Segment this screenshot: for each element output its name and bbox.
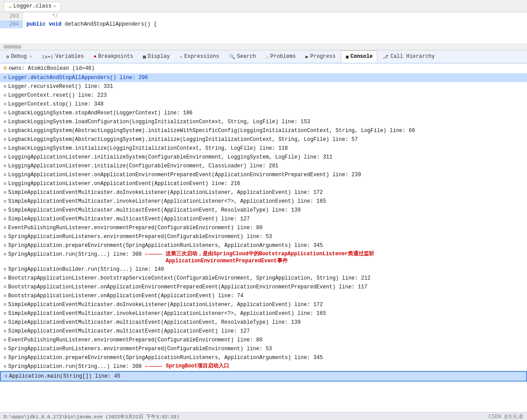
tab-variables[interactable]: (x=) Variables: [38, 50, 88, 63]
stack-frame-icon-19: ≡: [4, 233, 7, 241]
stack-item-32[interactable]: ≡ SpringApplication.prepareEnvironment(S…: [0, 353, 527, 362]
stack-item-25[interactable]: ≡ BootstrapApplicationListener.onApplica…: [0, 291, 527, 300]
stack-item-11[interactable]: ≡ LoggingApplicationListener.initialize(…: [0, 162, 527, 170]
tab-close-icon[interactable]: ✕: [53, 4, 56, 9]
stack-text-23: BootstrapApplicationListener.bootstrapSe…: [8, 274, 371, 282]
stack-text-7: LogbackLoggingSystem(AbstractLoggingSyst…: [8, 127, 415, 135]
scroll-thumb: [4, 45, 21, 49]
tab-breakpoints[interactable]: ● Breakpoints: [89, 50, 138, 63]
stack-text-24: BootstrapApplicationListener.onApplicati…: [8, 283, 368, 291]
stack-item-26[interactable]: ≡ SimpleApplicationEventMulticaster.doIn…: [0, 300, 527, 309]
stack-text-21: SpringApplication.run(String...) line: 3…: [8, 250, 142, 258]
stack-item-33[interactable]: ≡ SpringApplication.run(String...) line:…: [0, 362, 527, 371]
stack-item-2[interactable]: ≡ Logger.recursiveReset() line: 331: [0, 82, 527, 91]
stack-text-6: LogbackLoggingSystem.loadConfiguration(L…: [8, 118, 310, 126]
stack-trace-panel[interactable]: ⚙ owns: AtomicBoolean (id=48) ≡ Logger.d…: [0, 64, 527, 412]
expressions-icon: ✦: [180, 54, 183, 60]
stack-text-31: SpringApplicationRunListeners.environmen…: [8, 345, 272, 353]
stack-frame-icon-21: ≡: [4, 250, 7, 258]
stack-frame-icon-6: ≡: [4, 118, 7, 126]
horizontal-scrollbar[interactable]: [0, 45, 527, 50]
tab-console[interactable]: ▣ Console: [341, 50, 377, 63]
stack-frame-icon-12: ≡: [4, 171, 7, 179]
line-number-203: 203: [0, 12, 23, 20]
stack-item-17[interactable]: ≡ SimpleApplicationEventMulticaster.mult…: [0, 215, 527, 223]
stack-item-28[interactable]: ≡ SimpleApplicationEventMulticaster.mult…: [0, 318, 527, 327]
stack-text-18: EventPublishingRunListener.environmentPr…: [8, 224, 263, 232]
stack-item-1[interactable]: ≡ Logger.detachAndStopAllAppenders() lin…: [0, 73, 527, 82]
stack-frame-icon-23: ≡: [4, 274, 7, 282]
stack-text-16: SimpleApplicationEventMulticaster.multic…: [8, 206, 301, 214]
stack-item-12[interactable]: ≡ LoggingApplicationListener.onApplicati…: [0, 170, 527, 179]
stack-frame-icon-16: ≡: [4, 206, 7, 214]
stack-item-22[interactable]: ≡ SpringApplicationBuilder.run(String...…: [0, 265, 527, 274]
tab-label: Logger.class: [13, 3, 51, 9]
stack-text-27: SimpleApplicationEventMulticaster.invoke…: [8, 310, 326, 318]
stack-frame-icon-26: ≡: [4, 301, 7, 309]
stack-frame-icon-4: ≡: [4, 100, 7, 108]
tab-progress[interactable]: ▶ Progress: [301, 50, 340, 63]
stack-item-4[interactable]: ≡ LoggerContext.stop() line: 348: [0, 100, 527, 109]
stack-frame-icon-18: ≡: [4, 224, 7, 232]
stack-item-20[interactable]: ≡ SpringApplication.prepareEnvironment(S…: [0, 241, 527, 250]
stack-text-8: LogbackLoggingSystem(AbstractLoggingSyst…: [8, 136, 358, 144]
stack-item-6[interactable]: ≡ LogbackLoggingSystem.loadConfiguration…: [0, 117, 527, 126]
bottom-path: D:\apps\jdk1.8.0_172\bin\javaw.exe (2022…: [4, 413, 179, 420]
annotation-note-2: SpringBoot项目启动入口: [166, 363, 229, 370]
stack-item-30[interactable]: ≡ EventPublishingRunListener.environment…: [0, 336, 527, 344]
stack-item-18[interactable]: ≡ EventPublishingRunListener.environment…: [0, 223, 527, 232]
owns-text: owns: AtomicBoolean (id=48): [9, 64, 94, 72]
tab-debug-close[interactable]: ✕: [30, 54, 32, 59]
tab-debug[interactable]: ⚙ Debug ✕: [2, 50, 37, 63]
stack-frame-icon-15: ≡: [4, 197, 7, 205]
tab-search[interactable]: 🔍 Search: [225, 50, 260, 63]
tab-problems[interactable]: ⚠ Problems: [261, 50, 300, 63]
stack-item-24[interactable]: ≡ BootstrapApplicationListener.onApplica…: [0, 283, 527, 291]
stack-frame-icon-22: ≡: [4, 265, 7, 273]
stack-item-9[interactable]: ≡ LogbackLoggingSystem.initialize(Loggin…: [0, 144, 527, 153]
stack-frame-icon-8: ≡: [4, 136, 7, 144]
stack-item-16[interactable]: ≡ SimpleApplicationEventMulticaster.mult…: [0, 206, 527, 215]
stack-item-27[interactable]: ≡ SimpleApplicationEventMulticaster.invo…: [0, 309, 527, 318]
stack-item-3[interactable]: ≡ LoggerContext.reset() line: 223: [0, 91, 527, 100]
stack-frame-icon-34: ≡: [4, 372, 8, 380]
code-line-204: 204 public void detachAndStopAllAppender…: [0, 20, 527, 28]
tab-call-hierarchy[interactable]: ⎇ Call Hierarchy: [378, 50, 439, 63]
tab-display[interactable]: ▦ Display: [139, 50, 174, 63]
debug-toolbar: ⚙ Debug ✕ (x=) Variables ● Breakpoints ▦…: [0, 50, 527, 64]
stack-text-32: SpringApplication.prepareEnvironment(Spr…: [8, 354, 323, 362]
stack-item-10[interactable]: ≡ LoggingApplicationListener.initializeS…: [0, 153, 527, 162]
stack-frame-icon-11: ≡: [4, 162, 7, 170]
stack-item-8[interactable]: ≡ LogbackLoggingSystem(AbstractLoggingSy…: [0, 135, 527, 144]
stack-text-9: LogbackLoggingSystem.initialize(LoggingI…: [8, 144, 288, 152]
red-arrow-2: ←―――: [145, 363, 162, 371]
logger-class-tab[interactable]: ☕ Logger.class ✕: [4, 2, 61, 11]
line-content-204: public void detachAndStopAllAppenders() …: [23, 20, 157, 28]
stack-item-19[interactable]: ≡ SpringApplicationRunListeners.environm…: [0, 232, 527, 241]
stack-frame-icon-3: ≡: [4, 91, 7, 99]
variables-icon: (x=): [42, 54, 54, 60]
stack-frame-icon-27: ≡: [4, 310, 7, 318]
status-bar: D:\apps\jdk1.8.0_172\bin\javaw.exe (2022…: [0, 412, 527, 420]
tab-expressions-label: Expressions: [184, 53, 219, 60]
call-hierarchy-icon: ⎇: [383, 54, 388, 60]
tab-search-label: Search: [237, 53, 256, 60]
stack-item-31[interactable]: ≡ SpringApplicationRunListeners.environm…: [0, 344, 527, 353]
stack-item-13[interactable]: ≡ LoggingApplicationListener.onApplicati…: [0, 179, 527, 188]
stack-item-34[interactable]: ≡ Application.main(String[]) line: 45: [0, 371, 527, 382]
stack-item-14[interactable]: ≡ SimpleApplicationEventMulticaster.doIn…: [0, 188, 527, 197]
java-file-icon: ☕: [8, 3, 11, 10]
breakpoints-icon: ●: [94, 54, 97, 59]
stack-item-15[interactable]: ≡ SimpleApplicationEventMulticaster.invo…: [0, 197, 527, 206]
stack-item-29[interactable]: ≡ SimpleApplicationEventMulticaster.mult…: [0, 327, 527, 336]
stack-text-12: LoggingApplicationListener.onApplication…: [8, 171, 361, 179]
tab-call-hierarchy-label: Call Hierarchy: [390, 53, 435, 60]
stack-item-21[interactable]: ≡ SpringApplication.run(String...) line:…: [0, 250, 527, 265]
stack-frame-icon-17: ≡: [4, 215, 7, 223]
tab-expressions[interactable]: ✦ Expressions: [175, 50, 224, 63]
stack-item-7[interactable]: ≡ LogbackLoggingSystem(AbstractLoggingSy…: [0, 126, 527, 135]
stack-item-5[interactable]: ≡ LogbackLoggingSystem.stopAndReset(Logg…: [0, 109, 527, 117]
annotation-note-1: 这第三次启动，是由SpringCloud中的BootstrapApplicati…: [166, 250, 374, 265]
stack-text-22: SpringApplicationBuilder.run(String...) …: [8, 265, 164, 273]
stack-item-23[interactable]: ≡ BootstrapApplicationListener.bootstrap…: [0, 274, 527, 283]
